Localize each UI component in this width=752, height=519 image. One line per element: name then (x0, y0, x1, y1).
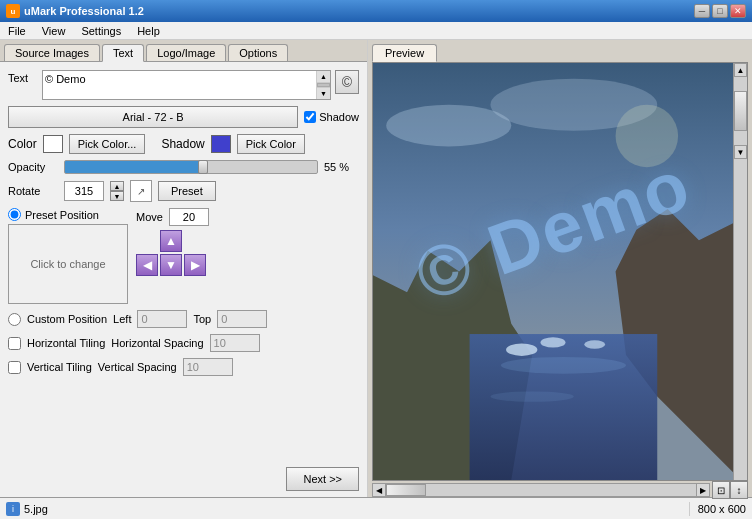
minimize-button[interactable]: ─ (694, 4, 710, 18)
title-bar: u uMark Professional 1.2 ─ □ ✕ (0, 0, 752, 22)
vertical-tiling-label: Vertical Tiling (27, 361, 92, 373)
move-section: Move ▲ ◀ ▼ ▶ (136, 208, 209, 300)
tab-text[interactable]: Text (102, 44, 144, 62)
svg-point-1 (386, 105, 511, 147)
move-arrow-empty-tr (184, 230, 206, 252)
tab-bar: Source Images Text Logo/Image Options (0, 40, 367, 62)
rotate-label: Rotate (8, 185, 58, 197)
left-label: Left (113, 313, 131, 325)
opacity-value: 55 % (324, 161, 359, 173)
shadow-color-swatch[interactable] (211, 135, 231, 153)
tab-source-images[interactable]: Source Images (4, 44, 100, 61)
main-layout: Source Images Text Logo/Image Options Te… (0, 40, 752, 497)
status-bar: i 5.jpg 800 x 600 (0, 497, 752, 519)
panel-content: Text © Demo ▲ ▼ © Arial - 72 - B (0, 62, 367, 461)
font-picker-button[interactable]: Arial - 72 - B (8, 106, 298, 128)
rotate-spinners: ▲ ▼ (110, 181, 124, 201)
move-left-button[interactable]: ◀ (136, 254, 158, 276)
menu-help[interactable]: Help (133, 25, 164, 37)
horizontal-spacing-input[interactable] (210, 334, 260, 352)
shadow-checkbox[interactable] (304, 111, 316, 123)
rotate-angle-indicator: ↗ (130, 180, 152, 202)
menu-settings[interactable]: Settings (77, 25, 125, 37)
move-right-button[interactable]: ▶ (184, 254, 206, 276)
horizontal-tiling-row: Horizontal Tiling Horizontal Spacing (8, 334, 359, 352)
opacity-row: Opacity 55 % (8, 160, 359, 174)
hscroll-left-arrow[interactable]: ◀ (372, 483, 386, 497)
insert-copyright-button[interactable]: © (335, 70, 359, 94)
move-label-row: Move (136, 208, 209, 226)
svg-point-7 (490, 391, 573, 401)
svg-point-8 (506, 343, 537, 356)
move-down-button[interactable]: ▼ (160, 254, 182, 276)
status-dimensions: 800 x 600 (698, 503, 746, 515)
fit-view-button[interactable]: ⊡ (712, 481, 730, 499)
textarea-wrapper: © Demo ▲ ▼ (42, 70, 331, 100)
hscroll-right-arrow[interactable]: ▶ (696, 483, 710, 497)
custom-position-radio[interactable] (8, 313, 21, 326)
tab-options[interactable]: Options (228, 44, 288, 61)
preset-position-group: Preset Position Click to change (8, 208, 128, 304)
shadow-color-label: Shadow (161, 137, 204, 151)
preview-tab[interactable]: Preview (372, 44, 437, 62)
shadow-label: Shadow (319, 111, 359, 123)
move-arrows: ▲ ◀ ▼ ▶ (136, 230, 209, 300)
menu-view[interactable]: View (38, 25, 70, 37)
move-arrow-empty-tl (136, 230, 158, 252)
pick-color-button[interactable]: Pick Color... (69, 134, 146, 154)
text-input[interactable]: © Demo (43, 71, 316, 99)
color-swatch[interactable] (43, 135, 63, 153)
click-to-change-text: Click to change (30, 258, 105, 270)
move-up-button[interactable]: ▲ (160, 230, 182, 252)
close-button[interactable]: ✕ (730, 4, 746, 18)
preview-horizontal-scrollbar: ◀ ▶ ⊡ ↕ (372, 483, 748, 497)
preset-position-radio[interactable]: Preset Position (8, 208, 128, 221)
preset-position-box[interactable]: Click to change (8, 224, 128, 304)
preview-vertical-scrollbar: ▲ ▼ (733, 63, 747, 480)
title-bar-left: u uMark Professional 1.2 (6, 4, 144, 18)
status-filename: 5.jpg (24, 503, 681, 515)
app-icon: u (6, 4, 20, 18)
status-divider (689, 502, 690, 516)
rotate-up-button[interactable]: ▲ (110, 181, 124, 191)
scene-svg (373, 63, 733, 480)
top-label: Top (193, 313, 211, 325)
custom-position-label: Custom Position (27, 313, 107, 325)
actual-size-button[interactable]: ↕ (730, 481, 748, 499)
preset-radio-input[interactable] (8, 208, 21, 221)
pick-shadow-color-button[interactable]: Pick Color (237, 134, 305, 154)
scroll-down-arrow[interactable]: ▼ (317, 87, 330, 99)
tab-logo-image[interactable]: Logo/Image (146, 44, 226, 61)
menu-file[interactable]: File (4, 25, 30, 37)
svg-rect-5 (470, 334, 658, 480)
scroll-up-arrow[interactable]: ▲ (734, 63, 747, 77)
text-row: Text © Demo ▲ ▼ © (8, 70, 359, 100)
scroll-down-arrow[interactable]: ▼ (734, 145, 747, 159)
scroll-thumb-v[interactable] (734, 91, 747, 131)
window-title: uMark Professional 1.2 (24, 5, 144, 17)
move-input[interactable] (169, 208, 209, 226)
horizontal-tiling-checkbox[interactable] (8, 337, 21, 350)
preview-area: © Demo ▲ ▼ (372, 62, 748, 481)
preset-button[interactable]: Preset (158, 181, 216, 201)
vertical-tiling-checkbox[interactable] (8, 361, 21, 374)
textarea-scrollbar: ▲ ▼ (316, 71, 330, 99)
rotate-down-button[interactable]: ▼ (110, 191, 124, 201)
svg-point-11 (616, 105, 679, 168)
vertical-tiling-row: Vertical Tiling Vertical Spacing (8, 358, 359, 376)
left-input[interactable] (137, 310, 187, 328)
scroll-up-arrow[interactable]: ▲ (317, 71, 330, 83)
next-button[interactable]: Next >> (286, 467, 359, 491)
left-panel: Source Images Text Logo/Image Options Te… (0, 40, 368, 497)
maximize-button[interactable]: □ (712, 4, 728, 18)
shadow-checkbox-group: Shadow (304, 111, 359, 123)
hscroll-track (386, 483, 696, 497)
title-buttons: ─ □ ✕ (694, 4, 746, 18)
rotate-input[interactable] (64, 181, 104, 201)
right-panel: Preview (368, 40, 752, 497)
text-field-label: Text (8, 70, 38, 84)
opacity-slider[interactable] (64, 160, 318, 174)
hscroll-thumb[interactable] (386, 484, 426, 496)
top-input[interactable] (217, 310, 267, 328)
vertical-spacing-input[interactable] (183, 358, 233, 376)
